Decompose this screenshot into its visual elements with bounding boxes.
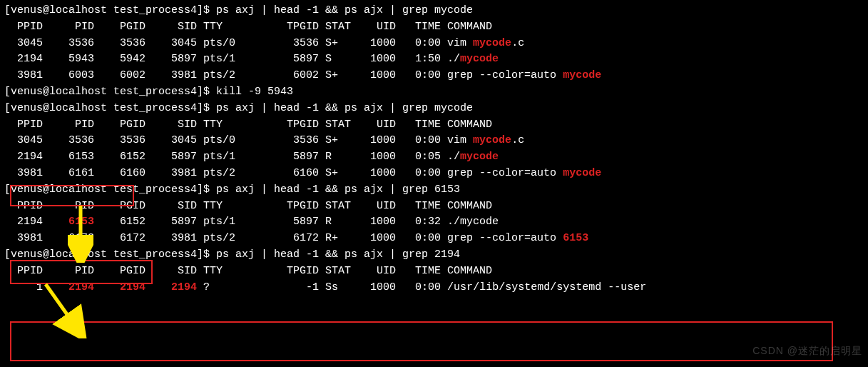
prompt-line[interactable]: [venus@localhost test_process4]$ ps axj … [4, 3, 864, 19]
prompt-line[interactable]: [venus@localhost test_process4]$ ps axj … [4, 101, 864, 117]
terminal-output: [venus@localhost test_process4]$ ps axj … [4, 3, 864, 296]
ps-row: 3045 3536 3536 3045 pts/0 3536 S+ 1000 0… [4, 36, 864, 52]
prompt-line[interactable]: [venus@localhost test_process4]$ kill -9… [4, 84, 864, 101]
ps-row: 2194 6153 6152 5897 pts/1 5897 R 1000 0:… [4, 214, 864, 231]
ps-row: 1 2194 2194 2194 ? -1 Ss 1000 0:00 /usr/… [4, 280, 864, 296]
ps-row: 3981 6003 6002 3981 pts/2 6002 S+ 1000 0… [4, 68, 864, 84]
ps-row: 2194 6153 6152 5897 pts/1 5897 R 1000 0:… [4, 149, 864, 166]
ps-row: 3981 6173 6172 3981 pts/2 6172 R+ 1000 0… [4, 231, 864, 247]
prompt-line[interactable]: [venus@localhost test_process4]$ ps axj … [4, 247, 864, 263]
prompt-line[interactable]: [venus@localhost test_process4]$ ps axj … [4, 182, 864, 198]
ps-row: 3045 3536 3536 3045 pts/0 3536 S+ 1000 0… [4, 133, 864, 149]
ps-header: PPID PID PGID SID TTY TPGID STAT UID TIM… [4, 198, 864, 215]
annotation-box-3 [10, 321, 833, 361]
ps-header: PPID PID PGID SID TTY TPGID STAT UID TIM… [4, 117, 864, 134]
watermark: CSDN @迷茫的启明星 [752, 343, 862, 358]
ps-header: PPID PID PGID SID TTY TPGID STAT UID TIM… [4, 19, 864, 36]
ps-row: 3981 6161 6160 3981 pts/2 6160 S+ 1000 0… [4, 166, 864, 182]
ps-header: PPID PID PGID SID TTY TPGID STAT UID TIM… [4, 263, 864, 280]
ps-row: 2194 5943 5942 5897 pts/1 5897 S 1000 1:… [4, 51, 864, 68]
